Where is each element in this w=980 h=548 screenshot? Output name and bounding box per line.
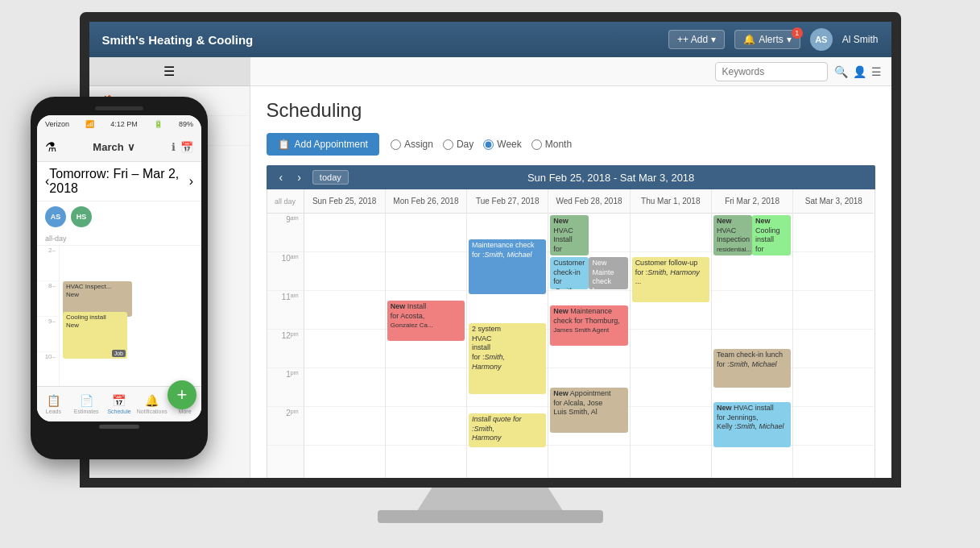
cal-next-button[interactable]: › <box>294 171 304 184</box>
app-title: Smith's Heating & Cooling <box>102 33 660 47</box>
time-column: all day 9am 10am 11am 12pm 1pm 2pm <box>267 189 304 478</box>
phone-time-8: 8– <box>37 281 59 317</box>
time-10am: 10am <box>267 252 304 291</box>
time-label: 4:12 PM <box>110 120 138 128</box>
monitor-base <box>378 510 603 523</box>
avatar-as[interactable]: AS <box>45 206 66 227</box>
phone-calendar-body: 2– 8– 9– 10– 11– HVAC Inspect...New Cool… <box>37 246 201 386</box>
phone-time-9: 9– <box>37 317 59 352</box>
page-content: Scheduling 📋 Add Appointment Assign <box>250 86 891 478</box>
view-day[interactable]: Day <box>443 139 473 150</box>
day-body-fri: New HVACInspectionresidential... New Coo… <box>712 214 792 478</box>
date-banner-text: Tomorrow: Fri – Mar 2, 2018 <box>49 167 188 196</box>
day-header-mon: Mon Feb 26, 2018 <box>386 189 466 214</box>
menu-icon: ☰ <box>163 64 175 79</box>
calendar-icon[interactable]: 📅 <box>180 141 193 153</box>
phone-nav-notifications[interactable]: 🔔 Notifications <box>135 394 168 414</box>
event-maintenance-smith[interactable]: Maintenance checkfor :Smith, Michael <box>469 239 546 294</box>
search-input[interactable] <box>715 62 828 81</box>
day-header-fri: Fri Mar 2, 2018 <box>712 189 792 214</box>
day-header-wed: Wed Feb 28, 2018 <box>548 189 629 214</box>
sidebar-toggle[interactable]: ☰ <box>89 57 250 86</box>
phone-all-day: all-day <box>37 232 201 246</box>
add-icon: + <box>677 34 683 45</box>
phone-header: ⚗ March ∨ ℹ 📅 <box>37 133 201 162</box>
day-header-sat: Sat Mar 3, 2018 <box>793 189 874 214</box>
time-1pm: 1pm <box>267 368 304 407</box>
view-assign[interactable]: Assign <box>391 139 433 150</box>
search-bar: 🔍 👤 ☰ <box>250 57 891 86</box>
cal-prev-button[interactable]: ‹ <box>276 171 287 184</box>
calendar-header: ‹ › today Sun Feb 25, 2018 - Sat Mar 3, … <box>267 165 875 189</box>
search-icon[interactable]: 🔍 <box>834 65 848 78</box>
view-month[interactable]: Month <box>531 139 572 150</box>
event-customer-checkin[interactable]: Customercheck-infor :Smith... <box>550 257 589 289</box>
event-hvac-abado[interactable]: New HVAC Installfor Abado, Juan Smithat.… <box>550 215 589 255</box>
app-body: ☰ 🏠 Home $ Leads 🔍 👤 <box>89 57 891 478</box>
chevron-down-icon: ▾ <box>787 34 792 45</box>
event-install-acosta[interactable]: New Installfor Acosta,Gonzalez Ca... <box>387 301 465 341</box>
phone-speaker <box>95 106 143 110</box>
info-icon[interactable]: ℹ <box>172 141 176 153</box>
event-install-quote[interactable]: Install quote for :Smith,Harmony <box>469 413 546 447</box>
page-title: Scheduling <box>267 99 875 122</box>
main-content: 🔍 👤 ☰ Scheduling 📋 Add Appointment <box>250 57 891 478</box>
phone-event-cooling[interactable]: Cooling installNew Job <box>63 312 127 359</box>
event-hvac-jennings[interactable]: New HVAC installfor Jennings,Kelly :Smit… <box>713 402 791 447</box>
day-header-thu: Thu Mar 1, 2018 <box>631 189 711 214</box>
cal-today-button[interactable]: today <box>312 170 349 185</box>
event-new-maintenance[interactable]: New Maintecheckfor :Mark... <box>589 257 627 289</box>
person-icon[interactable]: 👤 <box>853 65 866 78</box>
phone-fab[interactable]: + <box>167 380 196 409</box>
phone-time-10: 10– <box>37 352 59 386</box>
day-col-fri: Fri Mar 2, 2018 New HVACInspectionreside… <box>712 189 793 478</box>
phone-events-column: HVAC Inspect...New Cooling installNew Jo… <box>60 246 201 386</box>
battery-label: 89% <box>179 120 193 128</box>
alerts-button[interactable]: 🔔 Alerts ▾ 1 <box>734 30 800 49</box>
phone-date-banner: ‹ Tomorrow: Fri – Mar 2, 2018 › <box>37 162 201 201</box>
event-hvac-install-harmony[interactable]: 2 systemHVACinstallfor :Smith,Harmony <box>469 323 546 394</box>
event-team-lunch[interactable]: Team check-in lunchfor :Smith, Michael <box>713 349 791 388</box>
carrier-label: Verizon <box>45 120 69 128</box>
event-cooling-banks[interactable]: New Coolinginstallfor Banks,Shanton: SmH… <box>752 215 791 255</box>
alerts-badge: 1 <box>792 27 803 39</box>
home-button[interactable] <box>99 425 139 429</box>
estimates-icon: 📄 <box>80 394 93 407</box>
phone-nav-leads[interactable]: 📋 Leads <box>37 394 70 414</box>
user-avatar: AS <box>810 28 833 51</box>
all-day-label: all day <box>267 189 304 214</box>
next-date-icon[interactable]: › <box>189 174 193 189</box>
add-button[interactable]: + + Add ▾ <box>668 30 725 49</box>
phone-time-2: 2– <box>37 246 59 281</box>
job-badge: Job <box>112 350 126 357</box>
phone-screen: Verizon 📶 4:12 PM 🔋 89% ⚗ March ∨ ℹ 📅 <box>37 115 201 421</box>
user-name: Al Smith <box>842 34 879 45</box>
day-col-tue: Tue Feb 27, 2018 Maintenance checkfor :S… <box>467 189 548 478</box>
phone-header-icons: ℹ 📅 <box>172 141 193 153</box>
add-appointment-button[interactable]: 📋 Add Appointment <box>267 133 379 156</box>
phone-nav-schedule[interactable]: 📅 Schedule <box>103 394 136 414</box>
cal-date-range: Sun Feb 25, 2018 - Sat Mar 3, 2018 <box>357 172 866 184</box>
view-options: Assign Day Week Month <box>391 139 572 150</box>
phone-outer: Verizon 📶 4:12 PM 🔋 89% ⚗ March ∨ ℹ 📅 <box>31 97 208 459</box>
phone-month-display[interactable]: March ∨ <box>93 141 134 153</box>
phone-nav-estimates[interactable]: 📄 Estimates <box>70 394 103 414</box>
day-body-tue: Maintenance checkfor :Smith, Michael 2 s… <box>467 214 548 478</box>
bell-icon: 🔔 <box>743 34 755 45</box>
view-week[interactable]: Week <box>483 139 521 150</box>
event-hvac-inspection[interactable]: New HVACInspectionresidential... <box>713 215 752 255</box>
event-maintenance-thomburg[interactable]: New Maintenancecheck for Thomburg,James … <box>550 305 627 346</box>
list-icon[interactable]: ☰ <box>871 65 882 78</box>
avatar-hs[interactable]: HS <box>71 206 92 227</box>
time-9am: 9am <box>267 214 304 252</box>
day-col-thu: Thu Mar 1, 2018 Customer follow-upfor :S… <box>631 189 712 478</box>
event-followup-harmony[interactable]: Customer follow-upfor :Smith, Harmony ··… <box>632 257 709 302</box>
calendar-grid: all day 9am 10am 11am 12pm 1pm 2pm <box>267 189 875 478</box>
event-appointment-alcala[interactable]: New Appointmentfor Alcala, JoseLuis Smit… <box>550 388 627 433</box>
day-header-sun: Sun Feb 25, 2018 <box>304 189 385 214</box>
battery-icon: 🔋 <box>154 120 163 128</box>
app-header: Smith's Heating & Cooling + + Add ▾ 🔔 Al… <box>89 22 891 57</box>
time-11am: 11am <box>267 291 304 330</box>
filter-icon[interactable]: ⚗ <box>45 139 56 155</box>
day-body-wed: New HVAC Installfor Abado, Juan Smithat.… <box>548 214 629 478</box>
